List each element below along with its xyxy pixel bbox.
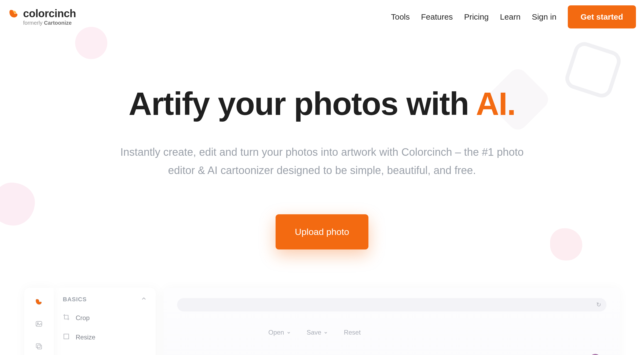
hero-section: Artify your photos with AI. Instantly cr…	[0, 34, 644, 249]
action-label: Reset	[344, 329, 361, 336]
app-canvas: ↻ Open Save Reset	[164, 288, 620, 355]
app-tools-panel: BASICS Crop Resize	[54, 288, 156, 355]
brand-name: colorcinch	[23, 8, 76, 19]
nav-learn[interactable]: Learn	[500, 12, 521, 21]
reload-icon[interactable]: ↻	[596, 301, 601, 308]
sidebar-logo-icon[interactable]	[34, 297, 44, 307]
app-preview: BASICS Crop Resize ↻	[24, 288, 620, 355]
avatar	[589, 354, 601, 355]
brand-tagline-prefix: formerly	[23, 20, 44, 26]
canvas-action-save[interactable]: Save	[307, 329, 328, 336]
action-label: Save	[307, 329, 321, 336]
nav-tools[interactable]: Tools	[391, 12, 410, 21]
canvas-actions: Open Save Reset	[268, 329, 606, 336]
logo[interactable]: colorcinch formerly Cartoonize	[8, 8, 76, 26]
canvas-action-open[interactable]: Open	[268, 329, 291, 336]
chevron-up-icon	[141, 296, 147, 303]
panel-header[interactable]: BASICS	[63, 296, 147, 303]
hero-title-main: Artify your photos with	[129, 86, 476, 122]
hero-subtitle: Instantly create, edit and turn your pho…	[107, 143, 537, 179]
svg-rect-4	[64, 334, 69, 339]
chevron-down-icon	[287, 329, 291, 336]
canvas-url-bar[interactable]: ↻	[177, 298, 606, 311]
panel-title: BASICS	[63, 296, 87, 303]
brand-tagline-strong: Cartoonize	[44, 20, 72, 26]
hero-title: Artify your photos with AI.	[0, 88, 644, 120]
svg-rect-3	[38, 345, 42, 349]
logo-mark-icon	[8, 8, 19, 19]
nav-signin[interactable]: Sign in	[532, 12, 557, 21]
logo-text: colorcinch formerly Cartoonize	[23, 8, 76, 26]
panel-item-label: Crop	[76, 314, 90, 322]
sidebar-effects-icon[interactable]	[34, 341, 44, 351]
brand-tagline: formerly Cartoonize	[23, 20, 76, 26]
panel-item-crop[interactable]: Crop	[63, 314, 147, 322]
get-started-button[interactable]: Get started	[568, 5, 636, 28]
crop-icon	[63, 314, 70, 322]
panel-item-resize[interactable]: Resize	[63, 333, 147, 342]
action-label: Open	[268, 329, 284, 336]
svg-rect-2	[36, 344, 40, 348]
nav-features[interactable]: Features	[421, 12, 453, 21]
panel-item-label: Resize	[76, 334, 95, 341]
hero-title-accent: AI.	[476, 86, 515, 122]
chevron-down-icon	[324, 329, 328, 336]
site-header: colorcinch formerly Cartoonize Tools Fea…	[0, 0, 644, 34]
main-nav: Tools Features Pricing Learn Sign in Get…	[391, 5, 636, 28]
user-menu[interactable]	[589, 354, 609, 355]
app-sidebar-icons	[24, 288, 54, 355]
nav-pricing[interactable]: Pricing	[464, 12, 489, 21]
resize-icon	[63, 333, 70, 342]
sidebar-image-icon[interactable]	[34, 319, 44, 329]
upload-photo-button[interactable]: Upload photo	[276, 214, 368, 249]
canvas-action-reset[interactable]: Reset	[344, 329, 361, 336]
